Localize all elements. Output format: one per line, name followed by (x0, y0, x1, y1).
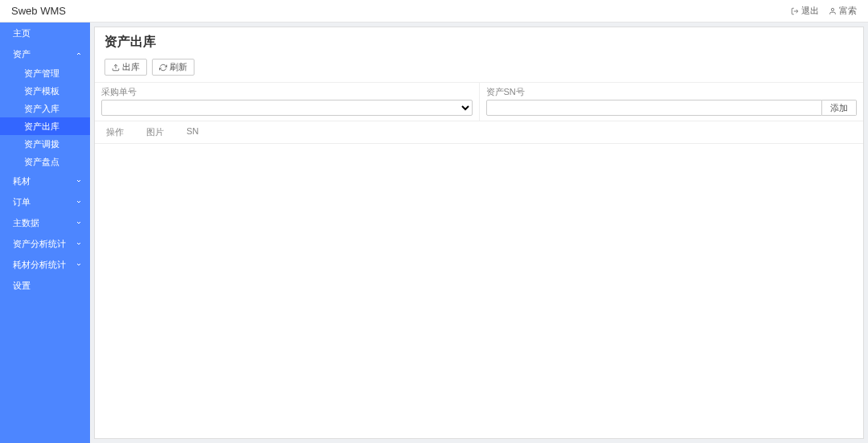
filter-purchase-label: 采购单号 (101, 86, 473, 98)
col-image: 图片 (146, 126, 164, 138)
chevron-up-icon (76, 51, 82, 57)
nav-consumable-stats[interactable]: 耗材分析统计 (0, 254, 90, 275)
sidebar: 主页 资产 资产管理 资产模板 资产入库 资产出库 资产调拨 资产盘点 耗材 订… (0, 23, 90, 443)
table-header: 操作 图片 SN (95, 121, 863, 144)
chevron-down-icon (76, 261, 82, 268)
col-action: 操作 (106, 126, 124, 138)
filter-sn-label: 资产SN号 (486, 86, 858, 98)
refresh-button[interactable]: 刷新 (152, 59, 194, 76)
nav-asset-stats[interactable]: 资产分析统计 (0, 233, 90, 254)
purchase-select[interactable] (101, 100, 473, 116)
upload-icon (112, 64, 120, 72)
toolbar: 出库 刷新 (95, 59, 863, 82)
top-links: 退出 富索 (791, 5, 857, 17)
outbound-button[interactable]: 出库 (104, 59, 147, 76)
nav-consumable[interactable]: 耗材 (0, 170, 90, 191)
nav-master[interactable]: 主数据 (0, 212, 90, 233)
topbar: Sweb WMS 退出 富索 (0, 0, 868, 23)
chevron-down-icon (76, 240, 82, 247)
add-button[interactable]: 添加 (822, 100, 857, 116)
nav-asset-transfer[interactable]: 资产调拨 (0, 135, 90, 153)
nav-asset-inbound[interactable]: 资产入库 (0, 100, 90, 117)
user-icon (829, 7, 837, 15)
nav-asset-inventory[interactable]: 资产盘点 (0, 153, 90, 170)
nav-asset[interactable]: 资产 (0, 43, 90, 64)
filter-row: 采购单号 资产SN号 添加 (95, 82, 863, 121)
page-title: 资产出库 (95, 27, 863, 59)
content: 资产出库 出库 刷新 采购单号 资产SN号 (94, 27, 864, 439)
col-sn: SN (186, 126, 199, 138)
content-wrap: 资产出库 出库 刷新 采购单号 资产SN号 (90, 23, 868, 443)
chevron-down-icon (76, 178, 82, 184)
logout-link[interactable]: 退出 (791, 5, 819, 17)
app-brand: Sweb WMS (11, 5, 66, 17)
filter-purchase-cell: 采购单号 (95, 83, 480, 121)
refresh-icon (159, 64, 167, 72)
nav-asset-template[interactable]: 资产模板 (0, 82, 90, 100)
logout-icon (791, 7, 799, 15)
nav-home[interactable]: 主页 (0, 23, 90, 43)
nav-order[interactable]: 订单 (0, 191, 90, 212)
chevron-down-icon (76, 219, 82, 226)
nav-asset-outbound[interactable]: 资产出库 (0, 117, 90, 135)
nav-settings[interactable]: 设置 (0, 275, 90, 296)
nav-asset-manage[interactable]: 资产管理 (0, 64, 90, 82)
filter-sn-cell: 资产SN号 添加 (480, 83, 864, 121)
chevron-down-icon (76, 199, 82, 205)
sn-input[interactable] (486, 100, 823, 116)
user-link[interactable]: 富索 (829, 5, 857, 17)
